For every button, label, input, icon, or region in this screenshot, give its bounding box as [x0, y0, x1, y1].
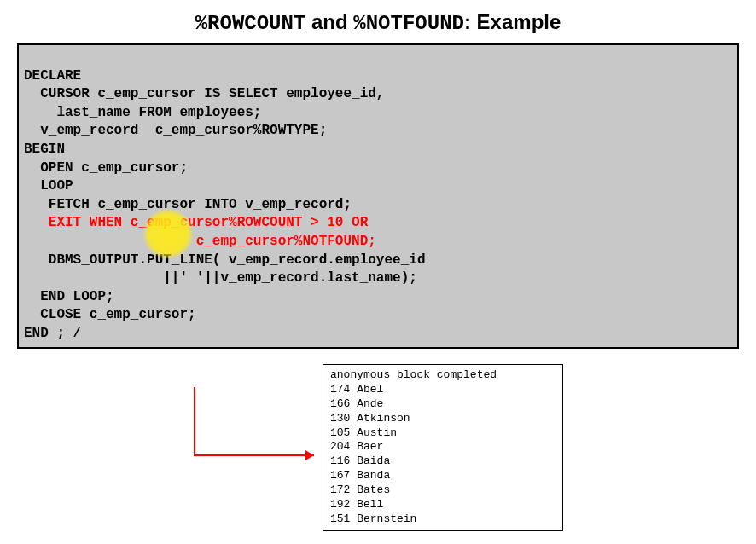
- output-row: 174 Abel: [330, 383, 383, 396]
- output-row: 116 Baida: [330, 454, 390, 467]
- code-line: FETCH c_emp_cursor INTO v_emp_record;: [24, 197, 352, 212]
- title-suffix: : Example: [464, 10, 561, 33]
- code-line: END ; /: [24, 326, 81, 341]
- code-line: last_name FROM employees;: [24, 105, 261, 120]
- code-line: ||' '||v_emp_record.last_name);: [24, 270, 417, 286]
- output-header: anonymous block completed: [330, 368, 497, 381]
- code-block: DECLARE CURSOR c_emp_cursor IS SELECT em…: [17, 43, 739, 349]
- code-line: OPEN c_emp_cursor;: [24, 160, 188, 176]
- code-line: CURSOR c_emp_cursor IS SELECT employee_i…: [24, 86, 384, 101]
- output-row: 105 Austin: [330, 426, 397, 439]
- code-line-notfound: c_emp_cursor%NOTFOUND;: [24, 234, 376, 249]
- output-panel: anonymous block completed 174 Abel 166 A…: [323, 364, 563, 531]
- output-row: 130 Atkinson: [330, 412, 410, 425]
- output-row: 151 Bernstein: [330, 512, 416, 525]
- code-line-exit: EXIT WHEN c_emp_cursor%ROWCOUNT > 10 OR: [24, 215, 368, 230]
- output-row: 167 Banda: [330, 469, 390, 482]
- code-line: DBMS_OUTPUT.PUT_LINE( v_emp_record.emplo…: [24, 252, 425, 268]
- title-rowcount: %ROWCOUNT: [195, 12, 306, 35]
- output-row: 166 Ande: [330, 397, 383, 410]
- output-row: 172 Bates: [330, 483, 390, 496]
- page-title: %ROWCOUNT and %NOTFOUND: Example: [0, 0, 756, 43]
- code-line: BEGIN: [24, 142, 65, 157]
- output-row: 204 Baer: [330, 440, 383, 453]
- code-line: END LOOP;: [24, 289, 114, 304]
- code-line: DECLARE: [24, 68, 81, 84]
- code-line: LOOP: [24, 178, 73, 194]
- title-notfound: %NOTFOUND: [353, 12, 464, 35]
- arrow-icon: [186, 387, 331, 489]
- output-row: 192 Bell: [330, 498, 383, 511]
- code-line: CLOSE c_emp_cursor;: [24, 307, 196, 322]
- title-and: and: [305, 10, 353, 33]
- code-line: v_emp_record c_emp_cursor%ROWTYPE;: [24, 123, 327, 138]
